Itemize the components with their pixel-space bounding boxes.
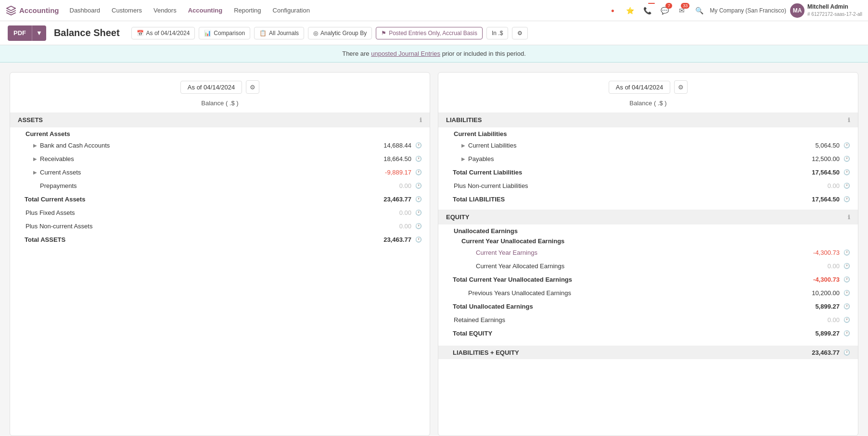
- table-row: ▶ Current Year Allocated Earnings 0.00 🕐: [438, 259, 858, 273]
- assets-header-label: ASSETS: [18, 116, 43, 124]
- expand-current-assets-icon[interactable]: ▶: [33, 170, 37, 175]
- nav-vendors[interactable]: Vendors: [149, 4, 181, 17]
- table-row: Plus Non-current Liabilities 0.00 🕐: [438, 179, 858, 192]
- receivables-label: Receivables: [40, 155, 373, 162]
- search-icon-btn[interactable]: 🔍: [692, 4, 706, 17]
- curr-year-alloc-info[interactable]: 🕐: [843, 263, 850, 269]
- message-badge: 33: [681, 3, 689, 9]
- nav-reporting[interactable]: Reporting: [229, 4, 266, 17]
- record-btn[interactable]: ●: [606, 4, 619, 17]
- current-year-earnings-label[interactable]: Current Year Earnings: [476, 249, 801, 256]
- user-name: Mitchell Admin: [807, 3, 862, 11]
- chat-btn[interactable]: 💬 7: [658, 4, 671, 17]
- nav-dashboard[interactable]: Dashboard: [65, 4, 105, 17]
- date-label: As of 04/14/2024: [146, 30, 190, 37]
- liabilities-info-icon[interactable]: ℹ: [848, 117, 850, 124]
- total-curr-liab-value: 17,564.50: [801, 169, 840, 176]
- fixed-assets-label: Plus Fixed Assets: [26, 209, 373, 216]
- total-equity-value: 5,899.27: [801, 330, 840, 337]
- date-filter-btn[interactable]: 📅 As of 04/14/2024: [131, 27, 195, 39]
- total-curr-year-unalloc-info[interactable]: 🕐: [843, 276, 850, 283]
- total-liabilities-label: Total LIABILITIES: [453, 196, 801, 203]
- total-equity-label: Total EQUITY: [453, 330, 801, 337]
- nav-customers[interactable]: Customers: [107, 4, 147, 17]
- top-navigation: Accounting Dashboard Customers Vendors A…: [0, 0, 868, 21]
- current-assets-subsection: Current Assets: [10, 127, 430, 138]
- assets-info-icon[interactable]: ℹ: [420, 117, 422, 124]
- non-current-assets-info-icon[interactable]: 🕐: [415, 223, 422, 229]
- current-year-allocated-value: 0.00: [801, 262, 840, 270]
- currency-btn[interactable]: In .$: [486, 27, 508, 39]
- chat-badge: 7: [665, 3, 672, 9]
- bank-info-icon[interactable]: 🕐: [415, 142, 422, 149]
- bank-label: Bank and Cash Accounts: [40, 142, 373, 149]
- equity-info-icon[interactable]: ℹ: [848, 214, 850, 221]
- total-current-liabilities-row: ▶ Total Current Liabilities 17,564.50 🕐: [438, 165, 858, 179]
- expand-receivables-icon[interactable]: ▶: [33, 156, 37, 162]
- fixed-assets-info-icon[interactable]: 🕐: [415, 210, 422, 216]
- analytic-group-by-btn[interactable]: ◎ Analytic Group By: [308, 27, 372, 39]
- total-unalloc-earn-info[interactable]: 🕐: [843, 303, 850, 310]
- curr-year-earn-info[interactable]: 🕐: [843, 249, 850, 256]
- left-balance-label: Balance ( .$ ): [10, 98, 430, 112]
- table-row: ▶ Bank and Cash Accounts 14,688.44 🕐: [10, 138, 430, 152]
- sub-navigation: PDF ▼ Balance Sheet 📅 As of 04/14/2024 📊…: [0, 21, 868, 45]
- right-gear-btn[interactable]: ⚙: [674, 80, 688, 94]
- total-unalloc-earn-value: 5,899.27: [801, 303, 840, 310]
- posted-entries-btn[interactable]: ⚑ Posted Entries Only, Accrual Basis: [376, 27, 483, 39]
- nav-accounting[interactable]: Accounting: [183, 4, 228, 17]
- total-current-assets-row: ▶ Total Current Assets 23,463.77 🕐: [10, 192, 430, 206]
- total-current-assets-info[interactable]: 🕐: [415, 196, 422, 202]
- current-assets-info-icon[interactable]: 🕐: [415, 169, 422, 175]
- pdf-button[interactable]: PDF ▼: [8, 25, 46, 41]
- table-row: ▶ Payables 12,500.00 🕐: [438, 152, 858, 165]
- all-journals-btn[interactable]: 📋 All Journals: [254, 27, 304, 39]
- user-info: Mitchell Admin # 61272172-saas-17-2-all: [807, 3, 862, 17]
- pdf-btn-dropdown[interactable]: ▼: [32, 25, 46, 41]
- left-date-row: As of 04/14/2024 ⚙: [10, 73, 430, 98]
- left-gear-btn[interactable]: ⚙: [246, 80, 259, 94]
- plus-non-curr-liab-info[interactable]: 🕐: [843, 183, 850, 189]
- current-year-unallocated-label: Current Year Unallocated Earnings: [438, 236, 858, 246]
- nav-right-section: ● ⭐ 📞 💬 7 ✉ 33 🔍 My Company (San Francis…: [606, 3, 862, 18]
- nav-configuration[interactable]: Configuration: [268, 4, 315, 17]
- unallocated-earnings-subsection: Unallocated Earnings: [438, 224, 858, 236]
- unposted-entries-link[interactable]: unposted Journal Entries: [371, 50, 440, 57]
- message-btn[interactable]: ✉ 33: [675, 4, 689, 17]
- prev-years-info[interactable]: 🕐: [843, 290, 850, 296]
- prepayments-label: Prepayments: [40, 182, 373, 189]
- expand-curr-liab-icon[interactable]: ▶: [461, 143, 465, 148]
- liabilities-table: Current Liabilities ▶ Current Liabilitie…: [438, 127, 858, 210]
- comparison-label: Comparison: [214, 30, 245, 37]
- grand-total-info[interactable]: 🕐: [843, 349, 850, 356]
- receivables-info-icon[interactable]: 🕐: [415, 156, 422, 162]
- payables-label: Payables: [468, 155, 801, 162]
- payables-info-icon[interactable]: 🕐: [843, 156, 850, 162]
- curr-liab-info-icon[interactable]: 🕐: [843, 142, 850, 149]
- pdf-btn-main[interactable]: PDF: [8, 25, 32, 41]
- app-logo[interactable]: Accounting: [6, 5, 59, 16]
- total-assets-info-icon[interactable]: 🕐: [415, 237, 422, 243]
- total-curr-year-unalloc-label: Total Current Year Unallocated Earnings: [453, 276, 801, 283]
- currency-label: In .$: [492, 30, 503, 37]
- retained-earn-info[interactable]: 🕐: [843, 317, 850, 323]
- app-name: Accounting: [19, 6, 59, 14]
- bank-value: 14,688.44: [373, 142, 411, 149]
- journals-icon: 📋: [259, 30, 267, 37]
- equity-header-label: EQUITY: [446, 213, 469, 221]
- settings-btn[interactable]: ⚙: [512, 27, 528, 39]
- comparison-btn[interactable]: 📊 Comparison: [199, 27, 250, 39]
- prepayments-info-icon[interactable]: 🕐: [415, 183, 422, 189]
- total-curr-liab-info[interactable]: 🕐: [843, 169, 850, 175]
- non-current-assets-label: Plus Non-current Assets: [26, 223, 373, 230]
- star-btn[interactable]: ⭐: [623, 4, 637, 17]
- expand-bank-icon[interactable]: ▶: [33, 143, 37, 148]
- current-liabilities-value: 5,064.50: [801, 142, 840, 149]
- posted-icon: ⚑: [381, 30, 386, 37]
- user-menu[interactable]: MA Mitchell Admin # 61272172-saas-17-2-a…: [790, 3, 862, 18]
- total-equity-info[interactable]: 🕐: [843, 330, 850, 336]
- prepayments-value: 0.00: [373, 182, 411, 189]
- phone-btn[interactable]: 📞: [640, 4, 654, 17]
- total-liabilities-info[interactable]: 🕐: [843, 196, 850, 202]
- expand-payables-icon[interactable]: ▶: [461, 156, 465, 162]
